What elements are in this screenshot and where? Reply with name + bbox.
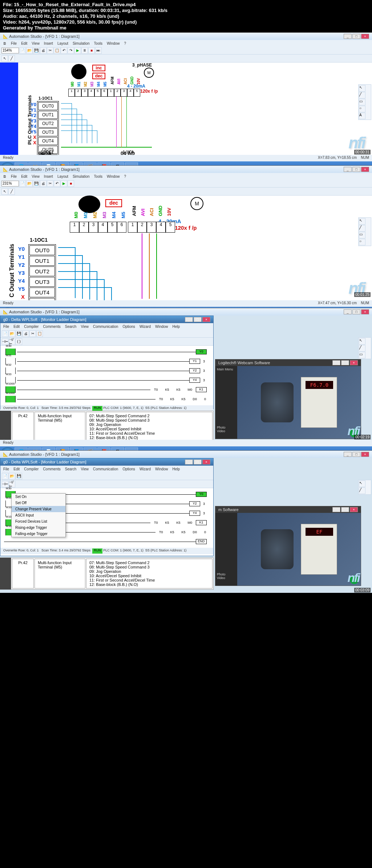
toolbar-print-icon[interactable]: 🖨 xyxy=(40,180,46,187)
coil-y4[interactable]: Y4 xyxy=(189,511,200,516)
close-button[interactable]: × xyxy=(361,167,369,172)
close-button[interactable]: × xyxy=(202,317,210,322)
wpl-tbtn[interactable]: 📄 xyxy=(2,330,8,337)
video-label[interactable]: Video xyxy=(217,429,236,433)
menu-window[interactable]: Window xyxy=(107,41,120,45)
tool-text-icon[interactable]: A xyxy=(359,113,365,119)
toolbar-pause-icon[interactable]: ⏸ xyxy=(81,47,88,54)
rung-2[interactable]: M32Y23 xyxy=(4,366,210,375)
diagram-canvas[interactable]: inc dec 3_pHASE M 4 - 20mA rpm = 120x f … xyxy=(0,63,372,155)
toolbar-stop-icon[interactable]: ■ xyxy=(68,180,74,187)
maximize-button[interactable]: □ xyxy=(352,452,360,457)
minimize-button[interactable]: _ xyxy=(185,459,193,465)
wpl-menu-wizard[interactable]: Wizard xyxy=(140,467,151,471)
toolbar-copy-icon[interactable]: 📋 xyxy=(54,47,60,54)
tool-arrow-icon[interactable]: ↖ xyxy=(1,188,8,195)
tool-rect-icon[interactable]: ▭ xyxy=(359,232,365,238)
toolbar-new-icon[interactable]: 📄 xyxy=(19,180,26,187)
tool-select-icon[interactable]: ↖ xyxy=(359,218,365,225)
menu-insert[interactable]: Insert xyxy=(44,41,53,45)
zoom-combo[interactable] xyxy=(1,48,19,53)
maximize-button[interactable]: □ xyxy=(341,507,349,512)
toolbar-open-icon[interactable]: 📂 xyxy=(26,180,33,187)
toolbar-stop-icon[interactable]: ■ xyxy=(88,47,95,54)
maximize-button[interactable]: □ xyxy=(352,34,360,39)
wpl-tbtn[interactable]: 💾 xyxy=(16,473,22,479)
wpl-tbtn[interactable]: 📋 xyxy=(36,330,43,337)
menu-file[interactable]: File xyxy=(11,41,17,45)
rung-5[interactable]: M1000T0K5K5D00 xyxy=(4,394,210,404)
menu-help[interactable]: ? xyxy=(124,41,126,45)
close-button[interactable]: × xyxy=(361,309,369,314)
menu-edit[interactable]: Edit xyxy=(21,41,27,45)
tool-rect-icon[interactable]: ▭ xyxy=(359,99,365,105)
close-button[interactable]: × xyxy=(361,34,369,39)
minimize-button[interactable]: _ xyxy=(344,309,352,314)
diagram-canvas[interactable]: dec M 4 - 20mA rpm = 120x f /p M0 M1 M2 … xyxy=(0,196,372,300)
ctx-set-off[interactable]: Set Off xyxy=(12,500,65,506)
minimize-button[interactable]: _ xyxy=(344,452,352,457)
menu-edit[interactable]: Edit xyxy=(21,174,27,178)
coil-y1[interactable]: Y1 xyxy=(189,359,200,364)
rung-1[interactable]: M31Y13 xyxy=(4,357,210,366)
wpl-menu-compiler[interactable]: Compiler xyxy=(24,325,39,329)
wpl-menu-view[interactable]: View xyxy=(81,467,89,471)
tool-line-icon[interactable]: ╱ xyxy=(8,55,15,62)
wpl-element-icon[interactable]: ⊣/⊢ xyxy=(9,338,15,345)
zoom-combo[interactable] xyxy=(1,181,19,186)
toolbar-undo-icon[interactable]: ↶ xyxy=(54,180,60,187)
maximize-button[interactable]: □ xyxy=(194,459,202,465)
ladder-diagram[interactable]: M30Y0 M31Y23 M33Y43 M1000T0K5K5M0K1 M100… xyxy=(0,488,213,548)
wpl-tbtn[interactable]: 💾 xyxy=(16,330,22,337)
wpl-menu-help[interactable]: Help xyxy=(173,325,180,329)
toolbar-print-icon[interactable]: 🖨 xyxy=(40,47,46,54)
menu-tools[interactable]: Tools xyxy=(94,41,102,45)
toolbar-undo-icon[interactable]: ↶ xyxy=(61,47,67,54)
menu-help[interactable]: ? xyxy=(124,174,126,178)
wpl-element-icon[interactable]: ⊣/⊢ xyxy=(9,481,15,487)
coil-y2[interactable]: Y2 xyxy=(189,368,200,373)
wpl-tbtn[interactable]: 🖨 xyxy=(23,330,29,337)
wpl-menu-window[interactable]: Window xyxy=(155,467,168,471)
toolbar-save-icon[interactable]: 💾 xyxy=(33,180,40,187)
menu-window[interactable]: Window xyxy=(107,174,120,178)
wpl-menu-comm[interactable]: Communication xyxy=(93,325,118,329)
wpl-menu-view[interactable]: View xyxy=(81,325,89,329)
wpl-tbtn[interactable]: ✂ xyxy=(29,330,36,337)
tool-select-icon[interactable]: ↖ xyxy=(359,85,365,92)
ctx-rising-edge[interactable]: Rising-edge Trigger xyxy=(12,525,65,531)
minimize-button[interactable]: _ xyxy=(185,317,193,322)
toolbar-run-icon[interactable]: ▶ xyxy=(74,47,81,54)
toolbar-cut-icon[interactable]: ✂ xyxy=(47,180,53,187)
rung-0[interactable]: M30Y0 xyxy=(4,347,210,357)
wpl-tbtn[interactable]: 📂 xyxy=(9,473,15,479)
tool-select-icon[interactable]: ↖ xyxy=(359,481,365,487)
maximize-button[interactable]: □ xyxy=(341,360,349,365)
wpl-menu-comments[interactable]: Comments xyxy=(43,325,60,329)
photo-label[interactable]: Photo xyxy=(217,426,236,429)
minimize-button[interactable]: _ xyxy=(332,360,340,365)
menu-tools[interactable]: Tools xyxy=(94,174,102,178)
menu-simulation[interactable]: Simulation xyxy=(73,41,90,45)
wpl-menu-comm[interactable]: Communication xyxy=(93,467,118,471)
tool-select-icon[interactable]: ↖ xyxy=(359,338,365,345)
instr[interactable]: K1 xyxy=(196,387,207,392)
minimize-button[interactable]: _ xyxy=(332,507,340,512)
wpl-menu-search[interactable]: Search xyxy=(65,467,77,471)
close-button[interactable]: × xyxy=(361,452,369,457)
maximize-button[interactable]: □ xyxy=(352,167,360,172)
coil-y2[interactable]: Y2 xyxy=(189,501,200,506)
wpl-menu-window[interactable]: Window xyxy=(155,325,168,329)
instr[interactable]: K1 xyxy=(196,520,207,525)
menu-insert[interactable]: Insert xyxy=(44,174,53,178)
wpl-menu-wizard[interactable]: Wizard xyxy=(140,325,151,329)
wpl-menu-search[interactable]: Search xyxy=(65,325,77,329)
tool-line-icon[interactable]: ╱ xyxy=(359,92,365,99)
wpl-menu-options[interactable]: Options xyxy=(122,325,135,329)
tool-circle-icon[interactable]: ○ xyxy=(359,239,365,245)
wpl-tbtn[interactable]: 📄 xyxy=(2,473,8,479)
menu-layout[interactable]: Layout xyxy=(57,41,68,45)
toolbar-redo-icon[interactable]: ↷ xyxy=(68,47,74,54)
toolbar-save-icon[interactable]: 💾 xyxy=(33,47,40,54)
ctx-set-on[interactable]: Set On xyxy=(12,494,65,500)
